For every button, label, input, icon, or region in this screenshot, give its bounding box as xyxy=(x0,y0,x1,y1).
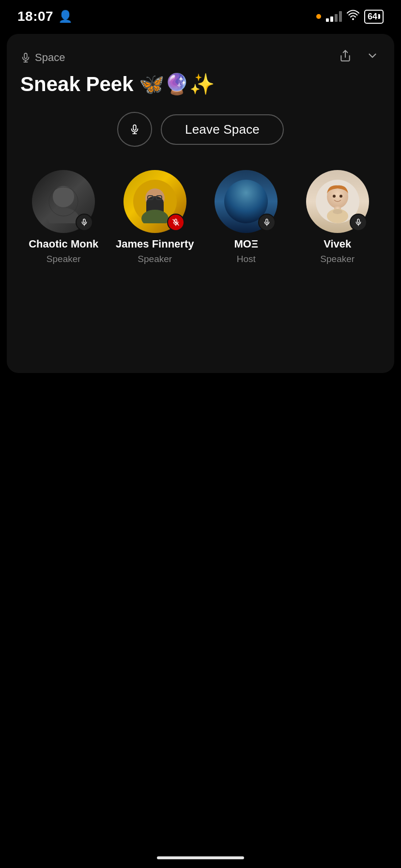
mic-icon-moe xyxy=(263,218,271,226)
participants-grid: Chaotic Monk Speaker xyxy=(20,170,381,264)
space-header-row: Space xyxy=(20,47,381,67)
participant-role-james: Speaker xyxy=(138,254,172,264)
share-button[interactable] xyxy=(337,47,354,67)
status-time: 18:07 xyxy=(17,9,53,24)
svg-rect-25 xyxy=(266,219,268,223)
svg-point-33 xyxy=(333,209,342,214)
participant-moe: MOΞ Host xyxy=(203,170,290,264)
action-buttons: Leave Space xyxy=(20,112,381,147)
participant-james-finnerty: James Finnerty Speaker xyxy=(112,170,199,264)
space-label-text: Space xyxy=(35,51,65,64)
collapse-button[interactable] xyxy=(364,47,381,67)
avatar-wrapper-moe xyxy=(215,170,278,233)
participant-vivek: Vivek Speaker xyxy=(294,170,381,264)
space-mic-icon xyxy=(20,52,31,63)
mic-badge-chaotic xyxy=(76,214,93,231)
participant-role-chaotic: Speaker xyxy=(46,254,81,264)
mic-muted-icon-james xyxy=(172,218,180,226)
avatar-wrapper-vivek xyxy=(306,170,369,233)
svg-rect-1 xyxy=(24,53,27,58)
mic-badge-vivek xyxy=(350,214,367,231)
battery-level: 64 xyxy=(368,12,377,22)
participant-name-james: James Finnerty xyxy=(116,238,194,250)
battery-indicator: 64 xyxy=(364,10,384,24)
svg-point-30 xyxy=(339,195,342,198)
space-title: Sneak Peek 🦋🔮✨ xyxy=(20,72,381,96)
status-bar: 18:07 👤 64 xyxy=(0,0,401,29)
svg-rect-5 xyxy=(133,125,136,130)
mic-badge-james xyxy=(167,214,185,231)
svg-point-9 xyxy=(48,208,79,223)
participant-name-chaotic: Chaotic Monk xyxy=(29,238,98,250)
mic-icon-vivek xyxy=(355,218,362,226)
signal-bar-1 xyxy=(326,18,329,22)
user-icon: 👤 xyxy=(58,10,73,23)
svg-point-29 xyxy=(333,195,336,198)
signal-bar-2 xyxy=(330,16,333,22)
mic-button-icon xyxy=(129,124,140,135)
signal-bars xyxy=(326,11,342,22)
mic-icon-chaotic xyxy=(80,218,88,226)
participant-role-vivek: Speaker xyxy=(320,254,355,264)
svg-point-0 xyxy=(352,18,354,20)
participant-name-moe: MOΞ xyxy=(234,238,258,250)
svg-rect-34 xyxy=(357,219,359,223)
leave-space-button[interactable]: Leave Space xyxy=(161,114,284,145)
svg-rect-11 xyxy=(83,219,85,223)
battery-tip xyxy=(378,14,380,19)
orange-dot xyxy=(316,14,321,19)
participant-role-moe: Host xyxy=(237,254,256,264)
avatar-wrapper-james xyxy=(123,170,186,233)
space-label: Space xyxy=(20,51,65,64)
signal-bar-3 xyxy=(335,14,338,22)
header-actions xyxy=(337,47,381,67)
mic-badge-moe xyxy=(258,214,276,231)
space-card: Space Sneak Peek 🦋🔮✨ xyxy=(7,34,394,373)
mic-button[interactable] xyxy=(117,112,152,147)
participant-chaotic-monk: Chaotic Monk Speaker xyxy=(20,170,107,264)
participant-name-vivek: Vivek xyxy=(324,238,351,250)
avatar-wrapper-chaotic xyxy=(32,170,95,233)
status-right: 64 xyxy=(316,10,384,24)
wifi-icon xyxy=(347,10,359,23)
home-indicator xyxy=(157,856,244,859)
signal-bar-4 xyxy=(339,11,342,22)
